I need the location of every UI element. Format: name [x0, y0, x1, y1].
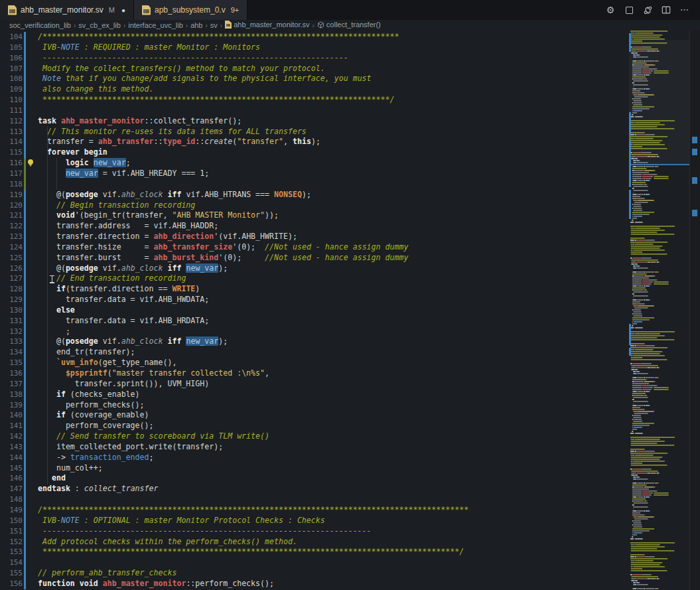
line-number[interactable]: 120: [0, 200, 23, 211]
line-number[interactable]: 113: [0, 127, 23, 137]
code-line[interactable]: 154: [0, 557, 629, 568]
code-line[interactable]: 105 IVB-NOTE : REQUIRED : master Monitor…: [0, 42, 629, 53]
code-line[interactable]: 133 @(posedge vif.ahb_clock iff new_var)…: [0, 336, 629, 347]
code-line[interactable]: 108 Note that if you change/add signals …: [0, 74, 629, 84]
breadcrumb-item-sv_cb_ex_lib[interactable]: sv_cb_ex_lib: [78, 21, 121, 29]
line-number[interactable]: 133: [0, 336, 23, 347]
tab-apb-subsystem[interactable]: apb_subsystem_0.v 9+: [134, 0, 247, 20]
line-number[interactable]: 111: [0, 106, 23, 116]
code-line[interactable]: 142 // Send transfer to scoreboard via T…: [0, 431, 629, 442]
code-line[interactable]: 134 end_tr(transfer);: [0, 347, 629, 358]
code-line[interactable]: 128 if(transfer.direction == WRITE): [0, 284, 629, 295]
code-line[interactable]: 114 transfer = ahb_transfer::type_id::cr…: [0, 137, 629, 147]
code-line[interactable]: 115 forever begin: [0, 147, 629, 158]
line-number[interactable]: 130: [0, 305, 23, 316]
code-line[interactable]: 127 // End transaction recording: [0, 273, 629, 284]
line-number[interactable]: 107: [0, 64, 23, 74]
line-number[interactable]: 116: [0, 158, 23, 169]
settings-gear-icon[interactable]: ⚙: [604, 4, 616, 16]
line-number[interactable]: 137: [0, 379, 23, 390]
dirty-indicator-icon[interactable]: ●: [121, 7, 125, 14]
code-line[interactable]: 110 ************************************…: [0, 95, 629, 106]
line-number[interactable]: 125: [0, 253, 23, 263]
code-line[interactable]: 118: [0, 179, 629, 190]
code-line[interactable]: 146 end: [0, 473, 629, 484]
breadcrumb-file[interactable]: ahb_master_monitor.sv: [225, 21, 309, 30]
code-line[interactable]: 140 if (coverage_enable): [0, 410, 629, 421]
code-line[interactable]: 123 transfer.direction = ahb_direction'(…: [0, 232, 629, 242]
line-number[interactable]: 118: [0, 179, 23, 190]
code-line[interactable]: 106 ------------------------------------…: [0, 53, 629, 64]
line-number[interactable]: 110: [0, 95, 23, 106]
code-line[interactable]: 120 // Begin transaction recording: [0, 200, 629, 211]
line-number[interactable]: 108: [0, 74, 23, 84]
line-number[interactable]: 145: [0, 463, 23, 474]
code-line[interactable]: 117 new_var = vif.AHB_HREADY === 1;: [0, 169, 629, 179]
code-line[interactable]: 112task ahb_master_monitor::collect_tran…: [0, 116, 629, 127]
line-number[interactable]: 147: [0, 484, 23, 494]
breadcrumb-symbol[interactable]: collect_transfer(): [317, 21, 381, 30]
code-line[interactable]: 150 IVB-NOTE : OPTIONAL : master Monitor…: [0, 516, 629, 526]
code-line[interactable]: 130 else: [0, 305, 629, 316]
minimap-slider[interactable]: [629, 40, 690, 164]
more-actions-icon[interactable]: ⋯: [679, 4, 691, 16]
code-line[interactable]: 139 perform_checks();: [0, 400, 629, 411]
code-line[interactable]: 104/************************************…: [0, 32, 629, 42]
compare-changes-icon[interactable]: [642, 4, 654, 16]
line-number[interactable]: 135: [0, 358, 23, 368]
line-number[interactable]: 142: [0, 431, 23, 442]
line-number[interactable]: 126: [0, 263, 23, 274]
line-number[interactable]: 115: [0, 147, 23, 158]
line-number[interactable]: 109: [0, 84, 23, 95]
breadcrumb-item-soc_verification_lib[interactable]: soc_verification_lib: [9, 21, 71, 29]
code-line[interactable]: 151 ------------------------------------…: [0, 526, 629, 537]
line-number[interactable]: 138: [0, 390, 23, 400]
line-number[interactable]: 156: [0, 579, 23, 589]
code-line[interactable]: 136 $psprintf("master transfer collected…: [0, 368, 629, 379]
line-number[interactable]: 155: [0, 568, 23, 579]
code-line[interactable]: 131 transfer.data = vif.AHB_HRDATA;: [0, 316, 629, 327]
code-line[interactable]: 116 logic new_var;: [0, 158, 629, 169]
layout-box-icon[interactable]: [623, 4, 635, 16]
line-number[interactable]: 105: [0, 42, 23, 53]
code-line[interactable]: 145 num_col++;: [0, 463, 629, 474]
code-line[interactable]: 119 @(posedge vif.ahb_clock iff vif.AHB_…: [0, 190, 629, 200]
code-line[interactable]: 149/************************************…: [0, 505, 629, 516]
line-number[interactable]: 143: [0, 442, 23, 453]
scrollbar[interactable]: [689, 31, 700, 590]
code-line[interactable]: 148: [0, 494, 629, 505]
line-number[interactable]: 148: [0, 494, 23, 505]
line-number[interactable]: 144: [0, 453, 23, 463]
line-number[interactable]: 132: [0, 327, 23, 337]
line-number[interactable]: 121: [0, 210, 23, 221]
code-line[interactable]: 124 transfer.hsize = ahb_transfer_size'(…: [0, 242, 629, 253]
breadcrumb-item-interface_uvc_lib[interactable]: interface_uvc_lib: [128, 21, 183, 29]
tab-ahb-master-monitor[interactable]: ahb_master_monitor.sv M ●: [0, 0, 134, 20]
code-line[interactable]: 135 `uvm_info(get_type_name(),: [0, 358, 629, 368]
code-line[interactable]: 153 ************************************…: [0, 547, 629, 557]
code-line[interactable]: 126 @(posedge vif.ahb_clock iff new_var)…: [0, 263, 629, 274]
line-number[interactable]: 136: [0, 368, 23, 379]
line-number[interactable]: 153: [0, 547, 23, 557]
minimap[interactable]: [629, 31, 690, 590]
code-line[interactable]: 138 if (checks_enable): [0, 390, 629, 400]
code-line[interactable]: 111: [0, 106, 629, 116]
code-line[interactable]: 141 perform_coverage();: [0, 421, 629, 431]
code-line[interactable]: 152 Add protocol checks within the perfo…: [0, 537, 629, 548]
line-number[interactable]: 149: [0, 505, 23, 516]
code-line[interactable]: 113 // This monitor re-uses its data ite…: [0, 127, 629, 137]
line-number[interactable]: 128: [0, 284, 23, 295]
code-line[interactable]: 107 Modify the collect_transfers() metho…: [0, 64, 629, 74]
code-line[interactable]: 147endtask : collect_transfer: [0, 484, 629, 494]
code-line[interactable]: 137 transfer.sprint()), UVM_HIGH): [0, 379, 629, 390]
code-line[interactable]: 122 transfer.address = vif.AHB_HADDR;: [0, 221, 629, 232]
line-number[interactable]: 124: [0, 242, 23, 253]
code-line[interactable]: 129 transfer.data = vif.AHB_HWDATA;: [0, 295, 629, 305]
code-line[interactable]: 132 ;: [0, 327, 629, 337]
line-number[interactable]: 119: [0, 190, 23, 200]
line-number[interactable]: 114: [0, 137, 23, 147]
line-number[interactable]: 117: [0, 169, 23, 179]
line-number[interactable]: 140: [0, 410, 23, 421]
line-number[interactable]: 150: [0, 516, 23, 526]
line-number[interactable]: 131: [0, 316, 23, 327]
